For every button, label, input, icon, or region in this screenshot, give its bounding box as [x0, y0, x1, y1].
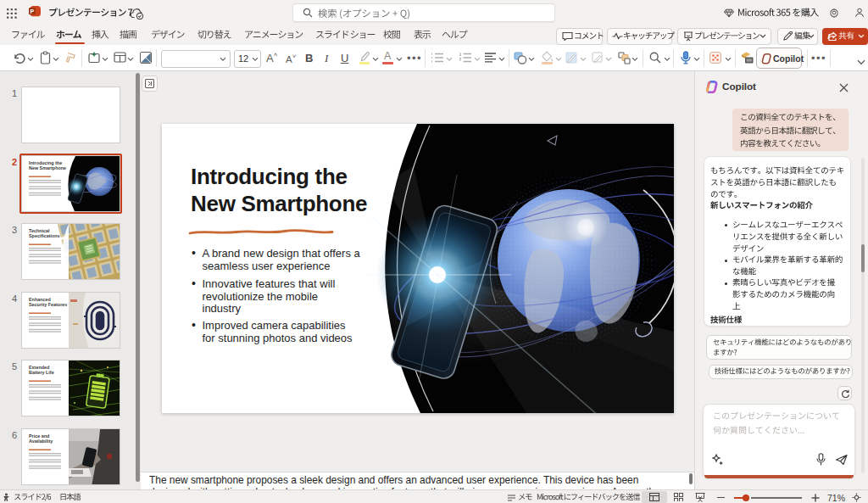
svg-text:P: P [30, 8, 34, 15]
